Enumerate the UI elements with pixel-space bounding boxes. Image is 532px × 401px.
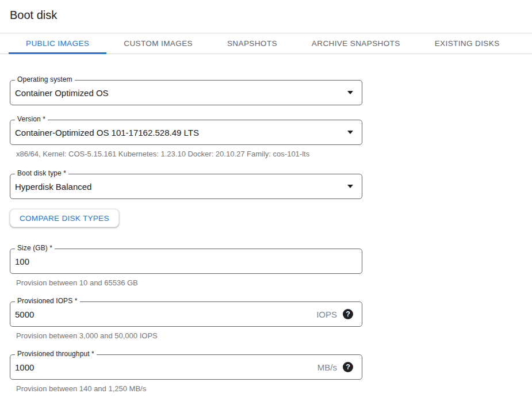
provisioned-throughput-label: Provisioned throughput * — [15, 350, 97, 358]
provisioned-throughput-field: Provisioned throughput * MB/s ? — [10, 354, 362, 380]
size-gb-helper-text: Provision between 10 and 65536 GB — [10, 278, 372, 288]
dropdown-arrow-icon — [347, 185, 353, 188]
tab-custom-images[interactable]: CUSTOM IMAGES — [106, 33, 210, 54]
iops-help-icon[interactable]: ? — [343, 309, 353, 319]
tab-existing-disks[interactable]: EXISTING DISKS — [418, 33, 517, 54]
tab-label: SNAPSHOTS — [227, 39, 277, 48]
dropdown-arrow-icon — [347, 131, 353, 134]
tab-public-images[interactable]: PUBLIC IMAGES — [9, 33, 106, 54]
provisioned-iops-input[interactable] — [15, 310, 316, 319]
operating-system-select[interactable]: Operating system Container Optimized OS — [10, 80, 362, 105]
version-helper-text: x86/64, Kernel: COS-5.15.161 Kubernetes:… — [10, 150, 372, 159]
boot-disk-panel: Boot disk PUBLIC IMAGES CUSTOM IMAGES SN… — [0, 0, 532, 394]
boot-disk-type-label: Boot disk type * — [15, 169, 68, 178]
dropdown-arrow-icon — [347, 91, 353, 94]
operating-system-label: Operating system — [15, 75, 75, 84]
boot-disk-type-select[interactable]: Boot disk type * Hyperdisk Balanced — [10, 174, 362, 199]
tab-snapshots[interactable]: SNAPSHOTS — [210, 33, 294, 54]
size-gb-label: Size (GB) * — [15, 244, 55, 253]
compare-disk-types-button[interactable]: COMPARE DISK TYPES — [10, 209, 119, 227]
provisioned-iops-label: Provisioned IOPS * — [15, 297, 80, 305]
provisioned-iops-helper-text: Provision between 3,000 and 50,000 IOPS — [10, 331, 372, 341]
boot-disk-type-value: Hyperdisk Balanced — [15, 182, 342, 192]
provisioned-iops-field: Provisioned IOPS * IOPS ? — [10, 301, 362, 327]
tab-bar: PUBLIC IMAGES CUSTOM IMAGES SNAPSHOTS AR… — [0, 33, 532, 54]
throughput-unit-suffix: MB/s — [317, 362, 337, 372]
throughput-help-icon[interactable]: ? — [343, 362, 353, 372]
iops-unit-suffix: IOPS — [316, 310, 337, 319]
boot-disk-form: Operating system Container Optimized OS … — [0, 54, 372, 394]
operating-system-value: Container Optimized OS — [15, 88, 342, 98]
size-gb-field: Size (GB) * — [10, 249, 362, 274]
version-select[interactable]: Version * Container-Optimized OS 101-171… — [10, 120, 362, 145]
tab-archive-snapshots[interactable]: ARCHIVE SNAPSHOTS — [294, 33, 418, 54]
tab-label: ARCHIVE SNAPSHOTS — [312, 39, 400, 48]
size-gb-input[interactable] — [15, 257, 353, 266]
tab-label: PUBLIC IMAGES — [26, 39, 89, 48]
provisioned-throughput-input[interactable] — [15, 362, 317, 372]
tab-label: CUSTOM IMAGES — [124, 39, 193, 48]
panel-header: Boot disk — [0, 0, 532, 33]
version-label: Version * — [15, 115, 48, 124]
provisioned-throughput-helper-text: Provision between 140 and 1,250 MB/s — [10, 384, 372, 394]
version-value: Container-Optimized OS 101-17162.528.49 … — [15, 128, 342, 138]
tab-label: EXISTING DISKS — [435, 39, 500, 48]
page-title: Boot disk — [10, 9, 532, 22]
